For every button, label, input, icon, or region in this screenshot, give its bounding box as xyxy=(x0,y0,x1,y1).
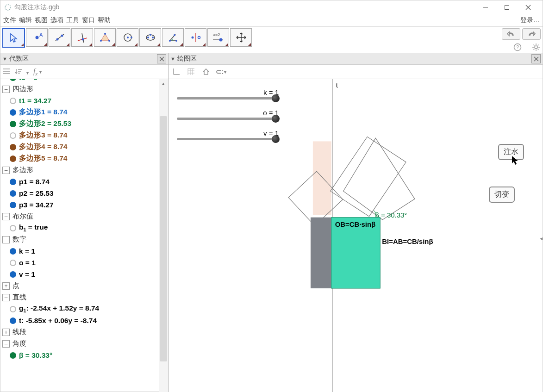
algebra-item-label: t: -5.85x + 0.06y = -8.74 xyxy=(19,317,97,325)
algebra-item[interactable]: v = 1 xyxy=(0,268,159,280)
visibility-bullet[interactable] xyxy=(10,144,16,150)
close-button[interactable] xyxy=(518,0,539,14)
visibility-bullet[interactable] xyxy=(10,121,16,127)
algebra-group[interactable]: +线段 xyxy=(0,326,159,338)
expand-icon[interactable]: + xyxy=(2,329,10,336)
scroll-down-icon[interactable]: ▾ xyxy=(159,389,168,392)
algebra-item[interactable]: 多边形3 = 8.74 xyxy=(0,130,159,141)
scroll-up-icon[interactable]: ▴ xyxy=(159,79,168,87)
help-icon[interactable]: ? xyxy=(513,43,522,52)
visibility-bullet[interactable] xyxy=(10,352,16,359)
fill-water-button[interactable]: 注水 xyxy=(498,144,524,160)
redo-button[interactable] xyxy=(522,28,541,40)
menu-edit[interactable]: 编辑 xyxy=(19,16,32,25)
scroll-thumb[interactable] xyxy=(160,116,167,361)
tool-point[interactable]: A xyxy=(26,28,48,47)
algebra-group[interactable]: –角度 xyxy=(0,338,159,349)
visibility-bullet[interactable] xyxy=(10,248,16,255)
visibility-bullet[interactable] xyxy=(10,98,16,104)
expand-icon[interactable]: + xyxy=(2,282,10,290)
expand-icon[interactable]: – xyxy=(2,86,10,93)
grid-icon[interactable] xyxy=(186,67,196,77)
home-icon[interactable] xyxy=(201,67,211,77)
visibility-bullet[interactable] xyxy=(10,132,16,139)
tool-line[interactable] xyxy=(49,28,70,47)
algebra-item-label: 多边形5 = 8.74 xyxy=(19,154,67,163)
expand-icon[interactable]: – xyxy=(2,236,10,243)
algebra-scrollbar[interactable]: ▴ ▾ xyxy=(159,79,168,392)
tool-slider[interactable]: a=2 xyxy=(207,28,229,47)
menu-window[interactable]: 窗口 xyxy=(82,16,95,25)
menu-options[interactable]: 选项 xyxy=(50,16,63,25)
algebra-item[interactable]: p2 = 25.53 xyxy=(0,187,159,199)
algebra-item[interactable]: b1 = true xyxy=(0,222,159,234)
visibility-bullet[interactable] xyxy=(10,306,16,312)
algebra-item[interactable]: o = 1 xyxy=(0,257,159,268)
algebra-item[interactable]: k = 1 xyxy=(0,245,159,257)
tool-angle[interactable] xyxy=(162,28,184,47)
svg-point-35 xyxy=(535,46,537,49)
tool-polygon[interactable] xyxy=(94,28,116,47)
algebra-group[interactable]: –直线 xyxy=(0,292,159,303)
visibility-bullet[interactable] xyxy=(10,202,16,208)
algebra-group[interactable]: +点 xyxy=(0,280,159,292)
graphics-panel-header[interactable]: ▼ 绘图区 xyxy=(169,53,543,65)
minimize-button[interactable] xyxy=(475,0,496,14)
expand-icon[interactable]: – xyxy=(2,213,10,220)
algebra-close-button[interactable] xyxy=(157,54,166,63)
algebra-item[interactable]: p1 = 8.74 xyxy=(0,176,159,187)
axes-icon[interactable] xyxy=(171,67,181,77)
svg-line-11 xyxy=(82,33,84,43)
algebra-item[interactable]: 多边形5 = 8.74 xyxy=(0,153,159,164)
algebra-item[interactable]: β = 30.33° xyxy=(0,349,159,361)
side-expand-icon[interactable]: ◂ xyxy=(540,235,543,242)
algebra-item[interactable]: t1 = 34.27 xyxy=(0,95,159,106)
expand-icon[interactable]: – xyxy=(2,340,10,348)
list-icon[interactable] xyxy=(3,68,11,76)
algebra-group[interactable]: –多边形 xyxy=(0,164,159,176)
menu-file[interactable]: 文件 xyxy=(3,16,16,25)
tool-move-graphics[interactable] xyxy=(230,28,252,47)
visibility-bullet[interactable] xyxy=(10,317,16,324)
graphics-view[interactable]: k = 1o = 1v = 1 t β = 30.33° xyxy=(169,79,543,392)
visibility-bullet[interactable] xyxy=(10,190,16,197)
graphics-close-button[interactable] xyxy=(531,54,541,63)
algebra-item[interactable]: g1: -2.54x + 1.52y = 8.74 xyxy=(0,303,159,315)
svg-point-21 xyxy=(147,37,149,38)
visibility-bullet[interactable] xyxy=(10,225,16,231)
tool-reflect[interactable] xyxy=(185,28,206,47)
algebra-group[interactable]: –四边形 xyxy=(0,83,159,95)
tool-ellipse[interactable] xyxy=(139,28,161,47)
undo-button[interactable] xyxy=(502,28,520,40)
sort-icon[interactable]: ▾ xyxy=(15,68,29,76)
visibility-bullet[interactable] xyxy=(10,271,16,278)
expand-icon[interactable]: – xyxy=(2,294,10,301)
algebra-item[interactable]: t: -5.85x + 0.06y = -8.74 xyxy=(0,315,159,326)
algebra-panel-header[interactable]: ▼ 代数区 xyxy=(0,53,168,65)
tool-perpendicular[interactable] xyxy=(71,28,93,47)
menu-tools[interactable]: 工具 xyxy=(66,16,79,25)
algebra-toolbar: ▾ fx ▾ xyxy=(0,65,168,79)
algebra-item[interactable]: p3 = 34.27 xyxy=(0,199,159,211)
menu-help[interactable]: 帮助 xyxy=(98,16,111,25)
algebra-group[interactable]: –数字 xyxy=(0,234,159,245)
maximize-button[interactable] xyxy=(496,0,518,14)
visibility-bullet[interactable] xyxy=(10,260,16,266)
algebra-item[interactable]: 多边形2 = 25.53 xyxy=(0,118,159,130)
tool-move[interactable] xyxy=(2,28,25,48)
shear-button[interactable]: 切变 xyxy=(489,187,515,203)
visibility-bullet[interactable] xyxy=(10,109,16,116)
settings-icon[interactable] xyxy=(531,43,541,52)
tool-circle[interactable] xyxy=(117,28,138,47)
algebra-item[interactable]: 多边形4 = 8.74 xyxy=(0,141,159,153)
visibility-bullet[interactable] xyxy=(10,156,16,162)
login-link[interactable]: 登录… xyxy=(520,16,540,25)
visibility-bullet[interactable] xyxy=(10,179,16,185)
algebra-item-label: t1 = 34.27 xyxy=(19,97,51,105)
algebra-item[interactable]: 多边形1 = 8.74 xyxy=(0,106,159,118)
snap-icon[interactable]: ⊂: ▾ xyxy=(216,67,226,77)
expand-icon[interactable]: – xyxy=(2,167,10,174)
menu-view[interactable]: 视图 xyxy=(35,16,48,25)
fx-icon[interactable]: fx ▾ xyxy=(33,67,42,76)
algebra-group[interactable]: –布尔值 xyxy=(0,211,159,222)
